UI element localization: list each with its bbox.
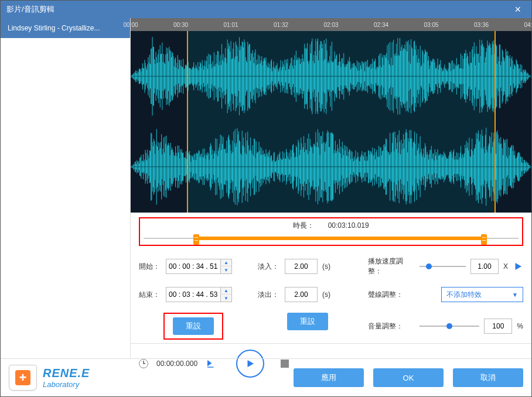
ruler-tick: 02:34 <box>374 22 388 28</box>
fade-out-unit: (s) <box>322 290 330 299</box>
selection-end-marker[interactable] <box>495 31 496 213</box>
footer-buttons: 應用 OK 取消 <box>294 368 523 387</box>
file-sidebar: Lindsey Stirling - Crystallize... <box>1 18 131 358</box>
sidebar-item-label: Lindsey Stirling - Crystallize... <box>8 24 100 32</box>
sound-effect-label: 聲線調整： <box>368 290 415 300</box>
main-panel: 00:0000:3001:0101:3202:0302:3403:0503:36… <box>131 18 531 358</box>
spin-up-icon[interactable]: ▲ <box>221 288 231 295</box>
range-section: 時長： 00:03:10.019 <box>131 213 531 248</box>
fade-reset-button[interactable]: 重設 <box>287 313 328 330</box>
audio-editor-window: 影片/音訊剪輯 × Lindsey Stirling - Crystallize… <box>0 0 532 397</box>
ruler-tick: 03:36 <box>474 22 489 28</box>
start-time-input[interactable] <box>166 262 220 271</box>
cancel-button[interactable]: 取消 <box>453 368 523 387</box>
spin-down-icon[interactable]: ▼ <box>221 266 231 273</box>
volume-slider-thumb[interactable] <box>446 323 452 329</box>
end-time-spinner[interactable]: ▲▼ <box>166 287 232 302</box>
timeline-area: 00:0000:3001:0101:3202:0302:3403:0503:36… <box>131 18 531 213</box>
range-slider[interactable] <box>144 234 519 242</box>
duration-value: 00:03:10.019 <box>328 221 369 230</box>
brand-sub: Laboratory <box>43 380 90 389</box>
fade-in-label: 淡入： <box>258 262 280 272</box>
range-highlight: 時長： 00:03:10.019 <box>139 217 523 246</box>
fade-out-label: 淡出： <box>258 290 280 300</box>
fade-in-unit: (s) <box>322 262 330 271</box>
titlebar: 影片/音訊剪輯 × <box>1 1 531 18</box>
fade-out-row: 淡出： (s) <box>258 287 357 302</box>
ruler-tick: 00:00 <box>123 22 138 28</box>
ruler-tick: 03:05 <box>424 22 438 28</box>
volume-slider[interactable] <box>420 322 479 330</box>
ruler-tick: 02:03 <box>323 22 338 28</box>
ruler-tick: 01:32 <box>274 22 288 28</box>
window-title: 影片/音訊剪輯 <box>6 4 54 15</box>
duration-label: 時長： <box>293 221 314 230</box>
selection-start-marker[interactable] <box>187 31 188 213</box>
speed-value-input[interactable] <box>470 259 499 274</box>
volume-value-input[interactable] <box>484 319 512 334</box>
range-handle-end[interactable] <box>481 234 487 245</box>
start-time-row: 開始： ▲▼ <box>139 256 247 276</box>
range-handle-start[interactable] <box>193 234 199 245</box>
end-time-input[interactable] <box>166 290 220 299</box>
ruler-tick: 01:01 <box>223 22 238 28</box>
start-label: 開始： <box>139 262 161 272</box>
volume-unit: % <box>517 322 523 330</box>
volume-label: 音量調整： <box>368 321 415 331</box>
end-time-row: 結束： ▲▼ <box>139 287 247 302</box>
apply-button[interactable]: 應用 <box>294 368 364 387</box>
speed-preview-play-icon[interactable] <box>513 261 523 272</box>
sound-effect-select[interactable]: 不添加特效 ▼ <box>441 287 523 302</box>
chevron-down-icon: ▼ <box>512 292 518 298</box>
trim-reset-button[interactable]: 重設 <box>173 317 214 335</box>
waveform-display[interactable] <box>131 31 531 213</box>
brand-logo: RENE.E Laboratory <box>9 365 90 391</box>
close-icon[interactable]: × <box>510 4 526 16</box>
fade-in-input[interactable] <box>285 259 318 274</box>
trim-reset-area: 重設 <box>139 313 247 340</box>
time-ruler: 00:0000:3001:0101:3202:0302:3403:0503:36… <box>131 18 531 31</box>
sound-effect-row: 聲線調整： 不添加特效 ▼ <box>368 287 523 302</box>
start-time-spinner[interactable]: ▲▼ <box>166 259 232 274</box>
fade-in-row: 淡入： (s) <box>258 256 357 276</box>
speed-unit: X <box>503 262 508 271</box>
footer: RENE.E Laboratory 應用 OK 取消 <box>1 358 531 396</box>
spin-down-icon[interactable]: ▼ <box>221 295 231 302</box>
body: Lindsey Stirling - Crystallize... 00:000… <box>1 18 531 358</box>
ruler-tick: 00:30 <box>173 22 188 28</box>
controls-grid: 開始： ▲▼ 淡入： (s) 播放速度調整： <box>131 248 531 343</box>
end-label: 結束： <box>139 290 161 300</box>
sound-effect-value: 不添加特效 <box>446 290 482 300</box>
volume-row: 音量調整： % <box>368 313 523 340</box>
fade-out-input[interactable] <box>285 287 318 302</box>
speed-slider[interactable] <box>420 262 466 271</box>
ruler-tick: 04:07 <box>524 22 532 28</box>
logo-icon <box>9 365 37 391</box>
ok-button[interactable]: OK <box>373 368 444 387</box>
brand-name: RENE.E <box>43 367 90 380</box>
clock-icon <box>139 359 148 368</box>
speed-label: 播放速度調整： <box>368 256 415 276</box>
sidebar-item-track[interactable]: Lindsey Stirling - Crystallize... <box>1 18 130 38</box>
spin-up-icon[interactable]: ▲ <box>221 259 231 266</box>
range-track-fill <box>196 237 485 240</box>
fade-reset-area: 重設 <box>258 313 357 340</box>
speed-row: 播放速度調整： X <box>368 256 523 276</box>
duration-row: 時長： 00:03:10.019 <box>144 221 519 231</box>
speed-slider-thumb[interactable] <box>426 263 432 269</box>
